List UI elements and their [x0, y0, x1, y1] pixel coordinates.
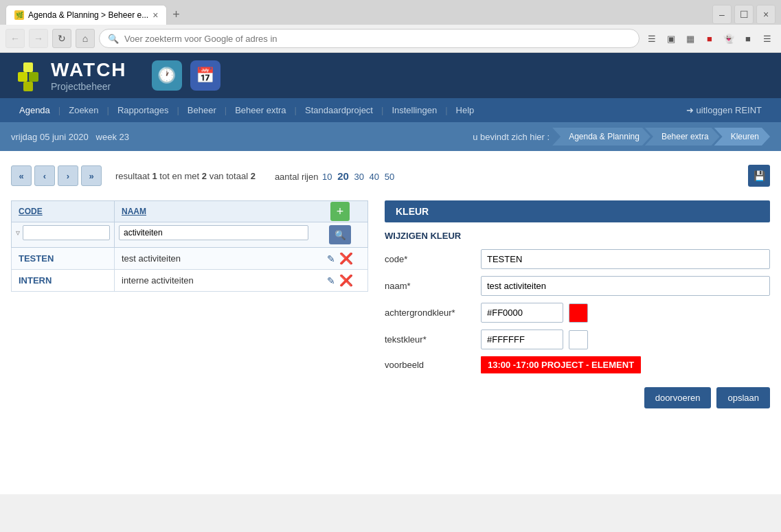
- filter-code-input[interactable]: [23, 225, 110, 240]
- browser-extension-icons: ☰ ▣ ▦ ■ 👻 ■ ☰: [644, 30, 776, 47]
- svg-rect-3: [23, 82, 33, 91]
- qr-icon[interactable]: ▦: [682, 30, 699, 47]
- tab-bar: 🌿 Agenda & Planning > Beheer e... × + – …: [0, 0, 781, 25]
- row-naam-2: interne activiteiten: [115, 270, 313, 291]
- user-icon[interactable]: ■: [740, 30, 756, 47]
- clock-app-icon[interactable]: 🕐: [152, 60, 182, 91]
- rows-50[interactable]: 50: [385, 172, 394, 182]
- next-page-button[interactable]: ›: [58, 165, 78, 186]
- two-column-layout: CODE NAAM + ▿: [11, 200, 770, 408]
- code-input[interactable]: [481, 249, 770, 269]
- form-field-textcolor: [481, 329, 770, 349]
- nav-agenda[interactable]: Agenda: [11, 98, 58, 122]
- opslaan-button[interactable]: opslaan: [716, 387, 770, 408]
- first-page-button[interactable]: «: [11, 165, 32, 186]
- naam-input[interactable]: [481, 276, 770, 296]
- nav-beheer[interactable]: Beheer: [179, 98, 225, 122]
- table-header: CODE NAAM +: [11, 200, 368, 222]
- browser-nav-bar: ← → ↻ ⌂ 🔍 ☰ ▣ ▦ ■ 👻 ■ ☰: [0, 25, 781, 53]
- tab-title: Agenda & Planning > Beheer e...: [28, 10, 148, 20]
- col-naam-header[interactable]: NAAM: [115, 201, 313, 222]
- menu-icon[interactable]: ☰: [759, 30, 776, 47]
- bgcolor-input[interactable]: [481, 303, 563, 323]
- nav-beheer-extra[interactable]: Beheer extra: [227, 98, 294, 122]
- form-field-bgcolor: [481, 303, 770, 323]
- breadcrumb-path: u bevindt zich hier : Agenda & Planning …: [473, 128, 770, 146]
- row-actions-1: ✎ ❌: [313, 248, 367, 269]
- calendar-app-icon[interactable]: 📅: [190, 60, 220, 91]
- logo-sub: Projectbeheer: [51, 81, 127, 92]
- logo-text: WATCH Projectbeheer: [51, 59, 127, 92]
- edit-row-2-button[interactable]: ✎: [327, 275, 335, 286]
- rows-per-page-info: aantal rijen 10 20 30 40 50: [275, 170, 396, 182]
- ghost-icon[interactable]: 👻: [721, 30, 737, 47]
- search-button[interactable]: 🔍: [329, 225, 351, 244]
- breadcrumb-item-agenda[interactable]: Agenda & Planning: [552, 128, 650, 146]
- svg-rect-0: [18, 72, 27, 82]
- form-row-naam: naam*: [385, 276, 770, 296]
- window-close[interactable]: ×: [756, 5, 776, 24]
- rows-30[interactable]: 30: [354, 172, 364, 182]
- main-nav: Agenda | Zoeken | Rapportages | Beheer |…: [0, 98, 781, 122]
- delete-row-2-button[interactable]: ❌: [339, 274, 353, 287]
- active-tab: 🌿 Agenda & Planning > Beheer e... ×: [5, 5, 167, 25]
- edit-row-1-button[interactable]: ✎: [327, 253, 335, 264]
- forward-button[interactable]: →: [29, 29, 48, 48]
- nav-standaardproject[interactable]: Standaardproject: [297, 98, 381, 122]
- panel-subtitle: WIJZIGEN KLEUR: [385, 231, 770, 241]
- filter-naam-cell: [115, 222, 313, 247]
- filter-code-icon: ▿: [16, 228, 20, 238]
- right-panel: KLEUR WIJZIGEN KLEUR code* naam*: [385, 200, 770, 408]
- filter-naam-input[interactable]: [119, 225, 308, 240]
- last-page-button[interactable]: »: [81, 165, 102, 186]
- form-label-textcolor: tekstkleur*: [385, 334, 481, 345]
- export-button[interactable]: 💾: [748, 165, 770, 187]
- address-bar: 🔍: [99, 29, 639, 48]
- sidebar-icon[interactable]: ▣: [663, 30, 679, 47]
- reload-button[interactable]: ↻: [52, 29, 71, 48]
- add-record-button[interactable]: +: [330, 202, 350, 221]
- textcolor-input[interactable]: [481, 329, 563, 349]
- panel-title: KLEUR: [385, 200, 770, 222]
- nav-instellingen[interactable]: Instellingen: [383, 98, 445, 122]
- preview-box: 13:00 -17:00 PROJECT - ELEMENT: [481, 356, 641, 373]
- rows-10[interactable]: 10: [322, 172, 332, 182]
- table-section: CODE NAAM + ▿: [11, 200, 368, 292]
- nav-rapportages[interactable]: Rapportages: [109, 98, 177, 122]
- delete-row-1-button[interactable]: ❌: [339, 252, 353, 265]
- window-minimize[interactable]: –: [712, 5, 732, 24]
- breadcrumb-item-kleuren[interactable]: Kleuren: [714, 128, 770, 146]
- header-app-icons: 🕐 📅: [152, 60, 220, 91]
- rows-40[interactable]: 40: [370, 172, 379, 182]
- bgcolor-swatch[interactable]: [569, 303, 588, 323]
- doorvoeren-button[interactable]: doorvoeren: [644, 387, 712, 408]
- logout-link[interactable]: ➜ uitloggen REINT: [678, 98, 770, 122]
- filter-search-cell: 🔍: [313, 222, 367, 247]
- window-maximize[interactable]: ☐: [734, 5, 754, 24]
- form-row-textcolor: tekstkleur*: [385, 329, 770, 349]
- breadcrumb-item-beheer-extra[interactable]: Beheer extra: [645, 128, 720, 146]
- row-actions-2: ✎ ❌: [313, 270, 367, 291]
- home-button[interactable]: ⌂: [76, 29, 95, 48]
- logout-label: uitloggen REINT: [697, 105, 762, 115]
- back-button[interactable]: ←: [5, 29, 25, 48]
- filter-row: ▿ 🔍: [11, 222, 368, 248]
- browser-window: 🌿 Agenda & Planning > Beheer e... × + – …: [0, 0, 781, 494]
- tab-close-button[interactable]: ×: [152, 10, 158, 21]
- breadcrumb-label: u bevindt zich hier :: [473, 132, 550, 142]
- form-label-preview: voorbeeld: [385, 360, 481, 370]
- nav-help[interactable]: Help: [448, 98, 483, 122]
- svg-rect-2: [23, 62, 33, 72]
- form-label-naam: naam*: [385, 281, 481, 291]
- col-code-header[interactable]: CODE: [12, 201, 115, 222]
- textcolor-swatch[interactable]: [569, 330, 588, 349]
- prev-page-button[interactable]: ‹: [34, 165, 55, 186]
- library-icon[interactable]: ☰: [644, 30, 660, 47]
- rows-20[interactable]: 20: [337, 170, 349, 182]
- shield-icon[interactable]: ■: [701, 30, 718, 47]
- row-naam-1: test activiteiten: [115, 248, 313, 269]
- main-content: « ‹ › » resultaat 1 tot en met 2 van tot…: [0, 151, 781, 494]
- address-input[interactable]: [124, 34, 631, 44]
- new-tab-button[interactable]: +: [172, 8, 180, 22]
- nav-zoeken[interactable]: Zoeken: [60, 98, 106, 122]
